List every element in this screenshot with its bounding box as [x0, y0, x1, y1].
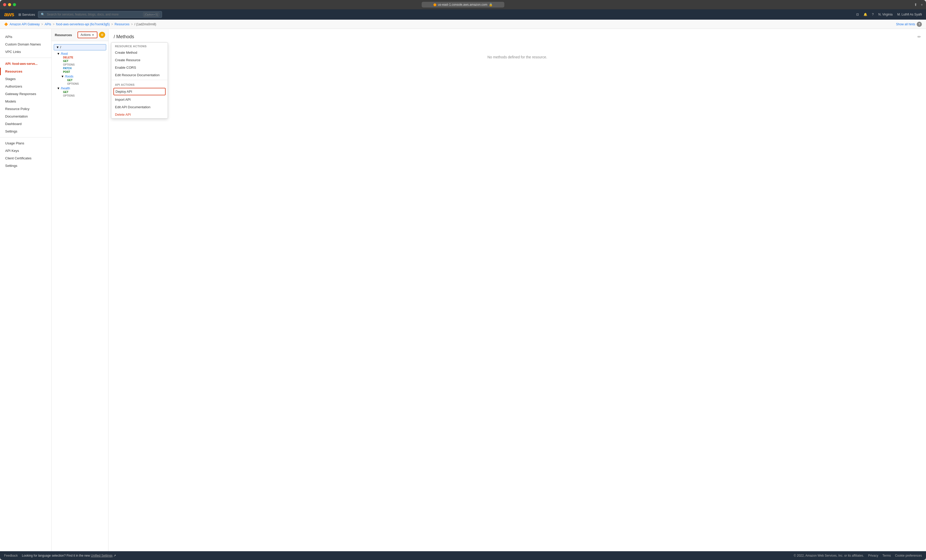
delete-api-item[interactable]: Delete API — [111, 111, 168, 118]
health-arrow: ▼ — [57, 86, 60, 90]
services-label: Services — [22, 13, 35, 17]
breadcrumb-api-name[interactable]: food-aws-serverless-api (6o7nxmk3g5) — [56, 23, 110, 26]
content-area: Resources Actions ▼ ⚙ ▼ — [52, 29, 926, 551]
feedback-link[interactable]: Feedback — [4, 554, 18, 557]
help-circle-icon[interactable]: ? — [917, 22, 922, 27]
food-methods: DELETE GET OPTIONS PATCH POST — [57, 56, 106, 74]
resource-actions-label: RESOURCE ACTIONS — [111, 42, 168, 49]
edit-icon[interactable]: ✏ — [917, 34, 921, 39]
tree-health-node: ▼ /health GET OPTIONS — [52, 86, 108, 98]
tree-foods-node: ▼ /foods GET OPTIONS — [52, 74, 108, 86]
sidebar-item-apis[interactable]: APIs — [0, 33, 51, 41]
service-bar: 🔶 Amazon API Gateway > APIs > food-aws-s… — [0, 20, 926, 29]
api-actions-label: API ACTIONS — [111, 81, 168, 87]
create-resource-item[interactable]: Create Resource — [111, 56, 168, 64]
search-input[interactable] — [47, 13, 141, 16]
privacy-link[interactable]: Privacy — [868, 554, 878, 557]
maximize-button[interactable] — [13, 3, 16, 6]
sidebar-item-documentation[interactable]: Documentation — [0, 113, 51, 120]
food-options-method[interactable]: OPTIONS — [62, 63, 76, 67]
sidebar-item-authorizers[interactable]: Authorizers — [0, 83, 51, 90]
foods-path[interactable]: /foods — [65, 75, 73, 78]
food-get-method[interactable]: GET — [62, 59, 70, 63]
close-button[interactable] — [3, 3, 6, 6]
health-path[interactable]: /health — [61, 86, 70, 90]
methods-header: / Methods ✏ — [113, 34, 921, 39]
no-methods-text: No methods defined for the resource. — [113, 55, 921, 59]
sidebar-item-usage-plans[interactable]: Usage Plans — [0, 139, 51, 147]
sidebar-item-client-certs[interactable]: Client Certificates — [0, 154, 51, 162]
breadcrumb-section[interactable]: Resources — [115, 23, 129, 26]
sidebar-item-models[interactable]: Models — [0, 98, 51, 105]
settings-gear-icon[interactable]: ⚙ — [99, 32, 105, 38]
region-selector[interactable]: N. Virginia — [878, 13, 893, 16]
tree-root-path: / — [60, 45, 61, 49]
aws-logo: aws — [4, 11, 14, 18]
actions-button[interactable]: Actions ▼ — [77, 32, 97, 38]
nav-right: ⊡ 🔔 ? N. Virginia M. Luthfi As Syafii — [856, 13, 922, 16]
search-bar[interactable]: 🔍 [Option+S] — [38, 11, 162, 18]
methods-title: / Methods — [113, 34, 134, 39]
favicon-icon: 🟠 — [433, 3, 436, 6]
edit-resource-docs-item[interactable]: Edit Resource Documentation — [111, 71, 168, 79]
create-method-item[interactable]: Create Method — [111, 49, 168, 56]
terms-link[interactable]: Terms — [882, 554, 891, 557]
terminal-icon[interactable]: ⊡ — [856, 13, 859, 16]
food-delete-method[interactable]: DELETE — [62, 56, 74, 59]
enable-cors-item[interactable]: Enable CORS — [111, 64, 168, 71]
main-layout: APIs Custom Domain Names VPC Links API: … — [0, 29, 926, 551]
url-bar[interactable]: 🟠 us-east-1.console.aws.amazon.com 🔒 — [422, 2, 504, 8]
footer-message-text: Looking for language selection? Find it … — [22, 554, 90, 557]
grid-icon: ⊞ — [18, 13, 21, 17]
lock-icon: 🔒 — [489, 3, 493, 6]
sidebar-item-stages[interactable]: Stages — [0, 75, 51, 83]
api-section-label: API: food-aws-serve... — [0, 60, 51, 68]
health-methods: GET OPTIONS — [57, 90, 106, 97]
titlebar-center: 🟠 us-east-1.console.aws.amazon.com 🔒 — [422, 2, 504, 8]
url-text: us-east-1.console.aws.amazon.com — [438, 3, 487, 6]
health-get-method[interactable]: GET — [62, 91, 70, 94]
health-options-method[interactable]: OPTIONS — [62, 94, 76, 97]
foods-get-method[interactable]: GET — [66, 79, 74, 82]
sidebar-item-api-keys[interactable]: API Keys — [0, 147, 51, 154]
sidebar-item-dashboard[interactable]: Dashboard — [0, 120, 51, 128]
footer: Feedback Looking for language selection?… — [0, 551, 926, 560]
tree-root-item[interactable]: ▼ / — [54, 44, 106, 50]
food-arrow: ▼ — [57, 52, 60, 56]
sidebar-item-gateway-responses[interactable]: Gateway Responses — [0, 90, 51, 98]
sidebar-item-settings-api[interactable]: Settings — [0, 128, 51, 135]
share-icon[interactable]: ⬆ — [914, 3, 917, 7]
breadcrumb-service[interactable]: Amazon API Gateway — [9, 23, 40, 26]
food-post-method[interactable]: POST — [62, 70, 71, 74]
foods-options-method[interactable]: OPTIONS — [66, 82, 80, 85]
new-tab-icon[interactable]: + — [921, 3, 923, 7]
sep2: > — [53, 23, 54, 26]
sep3: > — [111, 23, 113, 26]
minimize-button[interactable] — [8, 3, 11, 6]
search-icon: 🔍 — [41, 13, 45, 16]
foods-methods: GET OPTIONS — [61, 78, 106, 85]
sidebar-item-resource-policy[interactable]: Resource Policy — [0, 105, 51, 113]
bell-icon[interactable]: 🔔 — [864, 13, 867, 16]
resources-panel-header: Resources Actions ▼ ⚙ — [52, 29, 108, 41]
sidebar-item-custom-domain[interactable]: Custom Domain Names — [0, 41, 51, 48]
show-all-hints-link[interactable]: Show all hints — [896, 23, 915, 26]
edit-api-docs-item[interactable]: Edit API Documentation — [111, 103, 168, 111]
sidebar: APIs Custom Domain Names VPC Links API: … — [0, 29, 52, 551]
food-patch-method[interactable]: PATCH — [62, 67, 73, 70]
food-path[interactable]: /food — [61, 52, 68, 56]
unified-settings-link[interactable]: Unified Settings — [91, 554, 113, 557]
help-icon[interactable]: ? — [872, 13, 874, 16]
actions-label: Actions — [80, 33, 91, 37]
cookie-prefs-link[interactable]: Cookie preferences — [895, 554, 922, 557]
user-menu[interactable]: M. Luthfi As Syafii — [897, 13, 922, 16]
tree-root-arrow: ▼ — [56, 45, 59, 49]
sidebar-item-resources[interactable]: Resources — [0, 68, 51, 75]
deploy-api-item[interactable]: Deploy API — [113, 88, 166, 95]
api-label: API: — [5, 62, 12, 66]
import-api-item[interactable]: Import API — [111, 96, 168, 103]
services-menu[interactable]: ⊞ Services — [18, 13, 35, 17]
breadcrumb-apis[interactable]: APIs — [45, 23, 51, 26]
sidebar-item-vpc-links[interactable]: VPC Links — [0, 48, 51, 56]
sidebar-item-settings[interactable]: Settings — [0, 162, 51, 170]
